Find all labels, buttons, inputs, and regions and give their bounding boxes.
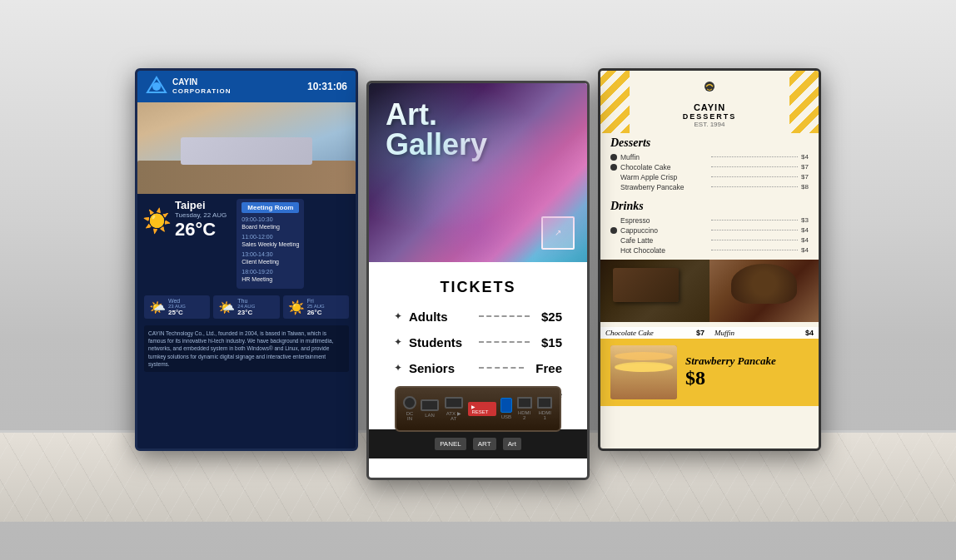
meeting-2: 11:00-12:00 Sales Weekly Meeting bbox=[241, 233, 299, 248]
ticket-label-seniors: Seniors bbox=[409, 361, 467, 375]
hdmi-port-2 bbox=[537, 397, 552, 409]
desserts-logo-icon bbox=[683, 78, 737, 102]
forecast-wed: 🌤️ Wed 23 AUG 25°C bbox=[144, 295, 210, 319]
menu-item-pancake: Strawberry Pancake $8 bbox=[610, 183, 809, 191]
ticket-seniors: ✦ Seniors Free bbox=[394, 361, 562, 375]
cloud-icon-2: 🌤️ bbox=[218, 300, 235, 315]
meetings-panel: Meeting Room 09:00-10:30 Board Meeting 1… bbox=[237, 199, 304, 290]
featured-images: Chocolate Cake $7 Muffin $4 bbox=[600, 260, 819, 339]
desserts-brand-name: CAYIN bbox=[683, 102, 737, 112]
cloud-icon: 🌤️ bbox=[149, 300, 166, 315]
ticket-icon-seniors: ✦ bbox=[394, 362, 402, 374]
menu-item-cappuccino: Cappuccino $4 bbox=[610, 226, 809, 235]
sun-icon-2: ☀️ bbox=[288, 300, 305, 315]
menu-dot-muffin bbox=[610, 154, 617, 161]
meeting-1: 09:00-10:30 Board Meeting bbox=[241, 216, 299, 230]
ticket-adults: ✦ Adults $25 bbox=[394, 310, 562, 324]
ticket-label-adults: Adults bbox=[409, 310, 467, 324]
strip-item-1: PANEL bbox=[435, 438, 466, 450]
left-screen: CAYIN CORPORATION 10:31:06 ☀️ Taipei bbox=[135, 68, 358, 451]
muffin-price: $4 bbox=[805, 329, 814, 337]
stripe-left bbox=[600, 71, 630, 133]
forecast-fri: ☀️ Fri 25 AUG 26°C bbox=[283, 295, 349, 319]
ticket-price-adults: $25 bbox=[541, 310, 562, 324]
art-gallery-image: Art.Gallery ↗ bbox=[369, 83, 587, 262]
sun-icon: ☀️ bbox=[142, 207, 172, 235]
ticket-students: ✦ Students $15 bbox=[394, 335, 562, 349]
reset-button[interactable]: ▶ RESET bbox=[468, 402, 495, 416]
ticket-icon-adults: ✦ bbox=[394, 310, 402, 322]
meeting-header: Meeting Room bbox=[241, 202, 299, 213]
stripe-right bbox=[789, 71, 819, 133]
choc-cake-price: $7 bbox=[696, 329, 705, 337]
atx-port bbox=[445, 397, 463, 409]
pancake-image bbox=[610, 345, 677, 399]
tickets-title: TICKETS bbox=[394, 279, 562, 296]
ticket-dots-3 bbox=[479, 367, 524, 369]
desserts-est: EST. 1994 bbox=[683, 121, 737, 128]
menu-item-hot-choc: Hot Chocolate $4 bbox=[610, 246, 809, 255]
desserts-header: CAYIN DESSERTS EST. 1994 bbox=[600, 71, 819, 133]
hdmi-port-1 bbox=[517, 397, 532, 409]
menu-item-muffin: Muffin $4 bbox=[610, 153, 809, 161]
clock-display: 10:31:06 bbox=[307, 81, 347, 92]
ticket-price-students: $15 bbox=[541, 335, 562, 349]
muffin-label: Muffin $4 bbox=[710, 327, 819, 339]
drinks-menu-section: Drinks Espresso $3 Cappuccino $4 Cafe La… bbox=[600, 196, 819, 260]
choc-cake-name: Chocolate Cake bbox=[605, 329, 654, 337]
pancake-info: Strawberry Pancake $8 bbox=[685, 354, 809, 390]
meeting-3: 13:00-14:30 Client Meeting bbox=[241, 250, 299, 265]
pancake-price: $8 bbox=[685, 367, 809, 389]
menu-item-espresso: Espresso $3 bbox=[610, 216, 809, 225]
dc-port bbox=[403, 396, 416, 409]
office-photo bbox=[137, 102, 356, 194]
logo-area: CAYIN CORPORATION bbox=[146, 76, 231, 97]
brand-name: CAYIN CORPORATION bbox=[172, 77, 231, 96]
svg-point-1 bbox=[152, 82, 161, 91]
muffin-name: Muffin bbox=[715, 329, 734, 337]
pancake-section: Strawberry Pancake $8 bbox=[600, 339, 819, 406]
menu-item-cafe-latte: Cafe Latte $4 bbox=[610, 236, 809, 245]
ticket-label-students: Students bbox=[409, 335, 467, 349]
meeting-4: 18:00-19:20 HR Meeting bbox=[241, 268, 299, 283]
hardware-device: DC IN LAN ATX ▶ AT ▶ RESET USB HDMI 2 HD… bbox=[395, 386, 561, 432]
menu-dot-cap bbox=[610, 227, 617, 234]
chocolate-cake-label: Chocolate Cake $7 bbox=[600, 327, 710, 339]
company-description: CAYIN Technology Co., Ltd., founded in 2… bbox=[144, 325, 349, 371]
desserts-menu-section: Desserts Muffin $4 Chocolate Cake $7 War… bbox=[600, 133, 819, 196]
ticket-price-seniors: Free bbox=[535, 361, 562, 375]
lan-port bbox=[421, 399, 439, 411]
desserts-sub-brand: DESSERTS bbox=[683, 112, 737, 121]
ticket-icon-students: ✦ bbox=[394, 336, 402, 348]
left-header: CAYIN CORPORATION 10:31:06 bbox=[137, 71, 356, 102]
art-title: Art.Gallery bbox=[386, 100, 487, 160]
main-stage: CAYIN CORPORATION 10:31:06 ☀️ Taipei bbox=[20, 39, 936, 522]
right-screen: CAYIN DESSERTS EST. 1994 Desserts Muffin… bbox=[598, 68, 821, 451]
current-temp: 26°C bbox=[175, 219, 227, 240]
cayin-logo-icon bbox=[146, 76, 167, 97]
city-name: Taipei bbox=[175, 199, 227, 211]
menu-item-apple-crisp: Warm Apple Crisp $7 bbox=[610, 173, 809, 181]
art-corner-decoration: ↗ bbox=[541, 216, 575, 250]
pancake-name: Strawberry Pancake bbox=[685, 354, 809, 368]
bottom-strip: PANEL ART Art bbox=[369, 429, 587, 458]
muffin-image: Muffin $4 bbox=[710, 260, 819, 339]
weather-info: ☀️ Taipei Tuesday, 22 AUG 26°C bbox=[142, 199, 227, 290]
choc-cake-bg bbox=[600, 260, 710, 322]
usb-port bbox=[500, 398, 512, 413]
menu-dot-cake bbox=[610, 164, 617, 171]
strip-item-2: ART bbox=[473, 438, 496, 450]
menu-item-chocolate-cake: Chocolate Cake $7 bbox=[610, 163, 809, 171]
forecast-row: 🌤️ Wed 23 AUG 25°C 🌤️ Thu 24 AUG 23°C ☀️ bbox=[137, 292, 356, 322]
weather-date: Tuesday, 22 AUG bbox=[175, 211, 227, 219]
drinks-category: Drinks bbox=[610, 200, 809, 213]
ticket-dots bbox=[479, 315, 530, 317]
desserts-logo: CAYIN DESSERTS EST. 1994 bbox=[683, 78, 737, 128]
muffin-bg bbox=[710, 260, 819, 322]
desserts-category: Desserts bbox=[610, 136, 809, 150]
strip-item-3: Art bbox=[503, 438, 521, 450]
forecast-thu: 🌤️ Thu 24 AUG 23°C bbox=[213, 295, 279, 319]
ticket-dots-2 bbox=[479, 341, 530, 343]
chocolate-cake-image: Chocolate Cake $7 bbox=[600, 260, 710, 339]
